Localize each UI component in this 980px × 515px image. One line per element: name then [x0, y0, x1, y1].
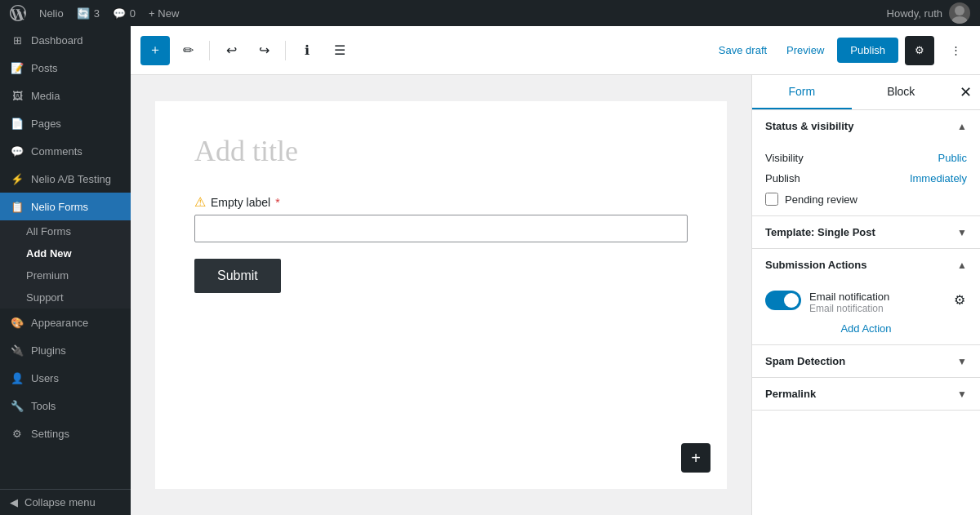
email-notification-toggle[interactable]: [765, 291, 801, 310]
editor-settings-button[interactable]: ⚙: [905, 36, 934, 65]
sidebar-item-settings[interactable]: ⚙ Settings: [0, 420, 131, 447]
media-icon: 🖼: [10, 88, 24, 103]
sidebar-label-users: Users: [31, 372, 59, 384]
chevron-down-permalink-icon: ▼: [957, 388, 967, 400]
comments-count[interactable]: 💬 0: [113, 7, 136, 20]
collapse-menu-button[interactable]: ◀ Collapse menu: [0, 489, 131, 515]
sidebar-item-tools[interactable]: 🔧 Tools: [0, 392, 131, 420]
updates-count[interactable]: 🔄 3: [77, 7, 100, 20]
action-title: Email notification: [809, 291, 944, 303]
more-options-button[interactable]: ⋮: [941, 36, 970, 65]
info-button[interactable]: ℹ: [292, 36, 322, 65]
publish-row: Publish Immediately: [765, 172, 967, 184]
sidebar-item-appearance[interactable]: 🎨 Appearance: [0, 309, 131, 336]
nelio-forms-submenu: All Forms Add New Premium Support: [0, 220, 131, 309]
action-settings-button[interactable]: ⚙: [952, 291, 967, 309]
collapse-menu-label: Collapse menu: [24, 496, 96, 508]
field-label-row: ⚠ Empty label *: [194, 194, 688, 210]
list-view-button[interactable]: ☰: [325, 36, 354, 65]
section-spam-detection-title: Spam Detection: [765, 355, 845, 367]
posts-icon: 📝: [10, 60, 24, 75]
title-placeholder[interactable]: Add title: [194, 134, 688, 168]
section-submission-actions-title: Submission Actions: [765, 259, 866, 271]
toolbar-separator-2: [285, 41, 286, 60]
wp-logo[interactable]: [10, 5, 26, 21]
sidebar-label-pages: Pages: [31, 118, 61, 130]
sidebar-item-dashboard[interactable]: ⊞ Dashboard: [0, 26, 131, 54]
field-input[interactable]: [194, 215, 688, 242]
editor-wrap: ＋ ✏ ↩ ↪ ℹ ☰ Save draft Preview Publish ⚙…: [131, 26, 980, 515]
tab-block[interactable]: Block: [852, 75, 951, 109]
collapse-icon: ◀: [10, 496, 18, 508]
section-spam-detection-header[interactable]: Spam Detection ▼: [752, 345, 980, 377]
sidebar-item-posts[interactable]: 📝 Posts: [0, 54, 131, 82]
svg-point-0: [955, 6, 964, 16]
dashboard-icon: ⊞: [10, 33, 24, 47]
section-submission-actions-body: Email notification Email notification ⚙ …: [752, 281, 980, 344]
add-action-link[interactable]: Add Action: [765, 322, 967, 335]
submenu-all-forms[interactable]: All Forms: [0, 220, 131, 242]
sidebar-item-nelio-forms[interactable]: 📋 Nelio Forms: [0, 193, 131, 220]
chevron-up-icon: ▲: [957, 121, 967, 132]
pen-tool-button[interactable]: ✏: [173, 36, 203, 65]
tab-form[interactable]: Form: [752, 75, 852, 109]
toolbar-right: Save draft Preview Publish ⚙ ⋮: [712, 36, 970, 65]
sidebar-label-media: Media: [31, 90, 60, 102]
add-block-button[interactable]: ＋: [140, 36, 170, 65]
sidebar-item-nelio-ab[interactable]: ⚡ Nelio A/B Testing: [0, 165, 131, 193]
top-bar-right: Howdy, ruth: [887, 2, 970, 24]
preview-button[interactable]: Preview: [780, 39, 831, 61]
sidebar-label-nelio-forms: Nelio Forms: [31, 201, 88, 213]
section-permalink-header[interactable]: Permalink ▼: [752, 378, 980, 410]
comments-icon: 💬: [10, 144, 24, 158]
site-name[interactable]: Nelio: [39, 7, 64, 20]
editor-body: Add title ⚠ Empty label * Submit +: [131, 75, 980, 515]
sidebar-item-media[interactable]: 🖼 Media: [0, 82, 131, 109]
pending-review-label: Pending review: [785, 193, 858, 206]
publish-label: Publish: [765, 172, 800, 184]
section-template-header[interactable]: Template: Single Post ▼: [752, 216, 980, 248]
sidebar-item-plugins[interactable]: 🔌 Plugins: [0, 336, 131, 364]
sidebar-label-dashboard: Dashboard: [31, 34, 83, 47]
admin-bar: Nelio 🔄 3 💬 0 + New Howdy, ruth: [0, 0, 980, 26]
submenu-add-new[interactable]: Add New: [0, 242, 131, 264]
submenu-premium[interactable]: Premium: [0, 264, 131, 286]
section-permalink: Permalink ▼: [752, 378, 980, 411]
chevron-up-icon-actions: ▲: [957, 260, 967, 271]
appearance-icon: 🎨: [10, 315, 24, 330]
sidebar: ⊞ Dashboard 📝 Posts 🖼 Media 📄 Pages 💬 Co…: [0, 26, 131, 515]
section-submission-actions-header[interactable]: Submission Actions ▲: [752, 249, 980, 281]
settings-icon: ⚙: [10, 426, 24, 441]
add-block-canvas-button[interactable]: +: [681, 443, 710, 473]
tools-icon: 🔧: [10, 398, 24, 413]
publish-value[interactable]: Immediately: [910, 172, 967, 184]
redo-button[interactable]: ↪: [249, 36, 278, 65]
pending-review-checkbox[interactable]: [765, 193, 778, 206]
publish-button[interactable]: Publish: [837, 38, 898, 63]
section-status-visibility: Status & visibility ▲ Visibility Public …: [752, 110, 980, 216]
right-panel: Form Block ✕ Status & visibility ▲ Visib…: [751, 75, 980, 515]
section-template: Template: Single Post ▼: [752, 216, 980, 249]
new-content-button[interactable]: + New: [149, 7, 179, 20]
sidebar-label-comments: Comments: [31, 145, 82, 158]
sidebar-label-posts: Posts: [31, 62, 58, 74]
save-draft-button[interactable]: Save draft: [712, 39, 773, 61]
sidebar-item-pages[interactable]: 📄 Pages: [0, 109, 131, 137]
form-field: ⚠ Empty label *: [194, 194, 688, 242]
panel-close-button[interactable]: ✕: [951, 78, 980, 107]
visibility-row: Visibility Public: [765, 152, 967, 164]
section-status-visibility-header[interactable]: Status & visibility ▲: [752, 110, 980, 142]
sidebar-item-users[interactable]: 👤 Users: [0, 364, 131, 392]
sidebar-label-tools: Tools: [31, 400, 56, 412]
submit-button[interactable]: Submit: [194, 259, 281, 293]
visibility-value[interactable]: Public: [938, 152, 967, 164]
plugins-icon: 🔌: [10, 343, 24, 357]
warning-icon: ⚠: [194, 194, 206, 210]
toolbar-separator-1: [209, 41, 210, 60]
avatar[interactable]: [949, 2, 970, 24]
sidebar-item-comments[interactable]: 💬 Comments: [0, 137, 131, 165]
undo-button[interactable]: ↩: [216, 36, 246, 65]
submenu-support[interactable]: Support: [0, 286, 131, 309]
howdy-text: Howdy, ruth: [887, 7, 942, 20]
canvas[interactable]: Add title ⚠ Empty label * Submit +: [131, 75, 751, 515]
